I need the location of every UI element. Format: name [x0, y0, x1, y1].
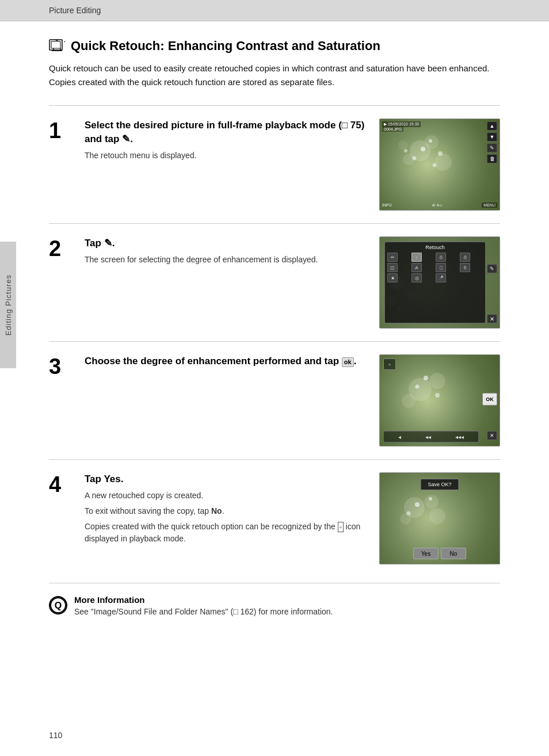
svg-text:Q: Q: [55, 601, 62, 610]
lcd3-close-btn: ✕: [487, 431, 497, 440]
lcd-screen-3: ▫ OK ✕ ◂ ◂◂ ◂◂◂: [380, 355, 500, 446]
step-2-image: Retouch ✏ ▫ ⎙ ⎙ ◫ A ⎕ ⎘ ★ ◎ 🎤: [379, 236, 500, 329]
step-2-number: 2: [49, 238, 71, 259]
svg-point-27: [429, 508, 445, 524]
lcd3-btn-3: ◂◂◂: [455, 434, 464, 440]
step-4-number: 4: [49, 474, 71, 495]
step-4-image: Save OK? Yes No: [379, 472, 500, 564]
svg-point-7: [398, 140, 407, 150]
svg-point-5: [403, 154, 414, 165]
step-1-image: ▶ 15/05/2010 15:30 0004.JPG ▲ ▼ ✎ 🗑 INFO…: [379, 119, 500, 211]
svg-point-29: [429, 497, 432, 501]
more-info-section: Q More Information See "Image/Sound File…: [49, 583, 500, 616]
page-number: 110: [49, 731, 62, 740]
step-2-desc: The screen for selecting the degree of e…: [85, 254, 365, 266]
svg-point-22: [415, 385, 420, 389]
lcd2-edit-side-btn: ✎: [487, 264, 497, 273]
breadcrumb: Picture Editing: [0, 0, 549, 21]
lcd1-count: 4/ 4◅: [432, 203, 442, 208]
lcd1-down-btn: ▼: [487, 132, 497, 142]
lcd2-icon-mic: 🎤: [436, 273, 446, 282]
lcd1-up-btn: ▲: [487, 121, 497, 131]
step-3-title: Choose the degree of enhancement perform…: [85, 354, 365, 368]
svg-point-11: [438, 151, 443, 156]
side-tab: Editing Pictures: [0, 242, 16, 368]
intro-paragraph: Quick retouch can be used to easily crea…: [49, 62, 500, 89]
svg-point-10: [413, 156, 417, 161]
lcd1-edit-btn: ✎: [487, 143, 497, 152]
flower-svg-1: [380, 119, 500, 210]
lcd-screen-2: Retouch ✏ ▫ ⎙ ⎙ ◫ A ⎕ ⎘ ★ ◎ 🎤: [380, 237, 500, 328]
lcd4-yes-btn: Yes: [413, 548, 439, 559]
step-1-desc: The retouch menu is displayed.: [85, 150, 365, 162]
lcd1-filename: 0004.JPG: [382, 127, 403, 132]
more-info-title: More Information: [74, 595, 500, 605]
svg-point-20: [402, 394, 415, 408]
svg-rect-1: [51, 41, 60, 48]
lcd2-icon-quickretouch: ▫: [411, 253, 422, 262]
more-info-icon: Q: [49, 596, 67, 614]
lcd3-btn-1: ◂: [398, 434, 401, 440]
svg-point-30: [407, 511, 411, 516]
lcd2-title: Retouch: [387, 245, 483, 250]
lcd2-menu: Retouch ✏ ▫ ⎙ ⎙ ◫ A ⎕ ⎘ ★ ◎ 🎤: [384, 242, 486, 323]
svg-text:✦: ✦: [63, 39, 65, 45]
more-info-content: More Information See "Image/Sound File a…: [74, 595, 500, 616]
step-3-number: 3: [49, 356, 71, 377]
step-1-content: Select the desired picture in full-frame…: [85, 119, 365, 162]
step-4-content: Tap Yes. A new retouched copy is created…: [85, 472, 365, 547]
lcd2-close-btn: ✕: [487, 314, 497, 323]
page-title: ✦ Quick Retouch: Enhancing Contrast and …: [49, 39, 500, 54]
lcd1-footer: INFO 4/ 4◅ MENU: [382, 203, 497, 208]
lcd2-icon-text: A: [411, 263, 422, 272]
lcd4-no-btn: No: [441, 548, 466, 559]
lcd2-icon-pencil: ✏: [387, 253, 398, 262]
lcd1-info-label: INFO: [382, 203, 392, 207]
step-3-content: Choose the degree of enhancement perform…: [85, 354, 365, 372]
lcd-screen-1: ▶ 15/05/2010 15:30 0004.JPG ▲ ▼ ✎ 🗑 INFO…: [380, 119, 500, 210]
svg-point-12: [404, 149, 407, 152]
lcd2-icons-grid: ✏ ▫ ⎙ ⎙ ◫ A ⎕ ⎘ ★ ◎ 🎤: [387, 253, 483, 282]
lcd2-icon-circle: ◎: [411, 273, 422, 282]
lcd3-btn-2: ◂◂: [425, 434, 431, 440]
svg-point-26: [400, 513, 411, 525]
lcd2-icon-star: ★: [387, 273, 398, 282]
step-3: 3 Choose the degree of enhancement perfo…: [49, 341, 500, 459]
main-content: ✦ Quick Retouch: Enhancing Contrast and …: [0, 21, 549, 639]
lcd3-top-icon: ▫: [383, 358, 396, 370]
more-info-text: See "Image/Sound File and Folder Names" …: [74, 607, 500, 616]
lcd-screen-4: Save OK? Yes No: [380, 473, 500, 564]
lcd1-side-buttons: ▲ ▼ ✎ 🗑: [487, 121, 497, 163]
svg-point-25: [425, 495, 439, 509]
step-4: 4 Tap Yes. A new retouched copy is creat…: [49, 459, 500, 577]
lcd4-dialog: Save OK?: [420, 479, 459, 490]
step-2: 2 Tap ✎. The screen for selecting the de…: [49, 223, 500, 341]
svg-point-6: [434, 154, 452, 171]
lcd1-menu-label: MENU: [482, 203, 497, 208]
lcd3-bottom-bar: ◂ ◂◂ ◂◂◂: [383, 431, 479, 442]
step-4-title: Tap Yes.: [85, 472, 365, 486]
svg-point-28: [415, 502, 420, 507]
step-2-content: Tap ✎. The screen for selecting the degr…: [85, 236, 365, 266]
step-1-title: Select the desired picture in full-frame…: [85, 119, 365, 146]
page-title-text: Quick Retouch: Enhancing Contrast and Sa…: [71, 39, 380, 54]
lcd2-icon-copy: ⎙: [460, 253, 470, 262]
lcd2-icon-frame: ⎘: [460, 263, 470, 272]
step-1: 1 Select the desired picture in full-fra…: [49, 105, 500, 223]
svg-point-19: [429, 373, 445, 389]
step-1-number: 1: [49, 120, 71, 142]
step-3-image: ▫ OK ✕ ◂ ◂◂ ◂◂◂: [379, 354, 500, 446]
lcd3-ok-btn: OK: [482, 393, 497, 406]
svg-point-9: [429, 139, 432, 143]
step-4-desc: A new retouched copy is created. To exit…: [85, 490, 365, 545]
svg-point-21: [424, 376, 428, 380]
lcd4-buttons: Yes No: [413, 548, 466, 559]
lcd1-delete-btn: 🗑: [487, 154, 497, 163]
step-2-title: Tap ✎.: [85, 236, 365, 250]
svg-point-8: [421, 147, 425, 151]
lcd2-icon-crop: ⎙: [436, 253, 446, 262]
quick-retouch-icon: ✦: [49, 39, 65, 53]
side-tab-label: Editing Pictures: [4, 274, 13, 335]
lcd2-icon-resize: ⎕: [436, 263, 446, 272]
breadcrumb-text: Picture Editing: [49, 6, 101, 15]
